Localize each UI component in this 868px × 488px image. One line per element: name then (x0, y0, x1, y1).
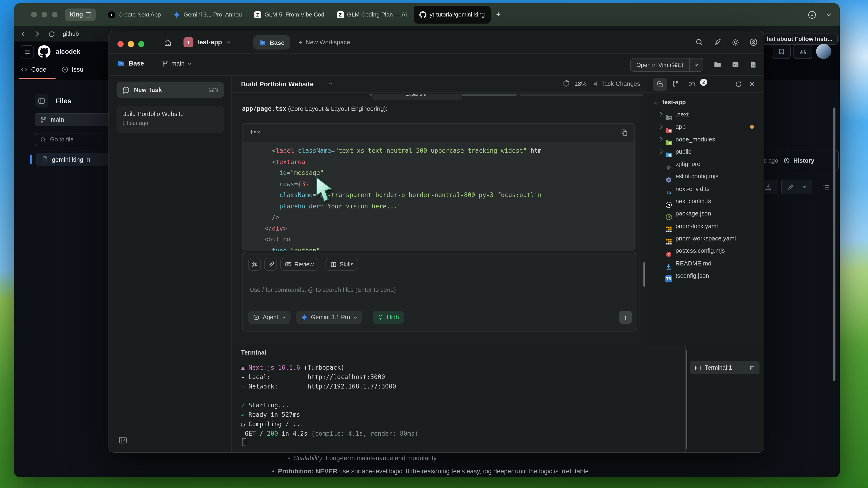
address-bar-text[interactable]: github (63, 31, 79, 37)
reasoning-effort-selector[interactable]: High (373, 311, 404, 324)
terminal-scrollbar[interactable] (686, 350, 687, 449)
minimize-button[interactable] (128, 41, 134, 47)
back-icon[interactable] (20, 31, 26, 37)
browser-tab[interactable]: yt-tutorial/gemini-king (414, 6, 491, 24)
branch-selector[interactable]: main (162, 60, 192, 67)
changes-count-badge: 2 (700, 79, 707, 86)
user-profile-icon[interactable] (750, 38, 757, 46)
folder-icon[interactable] (714, 61, 721, 68)
browser-tab[interactable]: ZGLM-5: From Vibe Cod (249, 7, 330, 22)
file-tree-item[interactable]: public (648, 145, 764, 158)
user-avatar[interactable] (816, 44, 831, 59)
terminal-line: ○ Compiling / ... (241, 420, 418, 429)
open-in-vim-button[interactable]: Open in Vim (⌘E) (630, 58, 703, 72)
close-button[interactable] (118, 41, 124, 47)
svg-text:N: N (669, 118, 671, 120)
browser-zoom-button[interactable] (52, 12, 58, 18)
file-tree-root[interactable]: test-app (648, 96, 764, 108)
panel-toggle-icon[interactable] (35, 94, 48, 107)
files-view-icon[interactable] (653, 78, 667, 91)
agent-label: Agent (263, 314, 278, 321)
terminal-tab[interactable]: Terminal 1 (690, 361, 760, 375)
file-tree-item[interactable]: app (648, 121, 764, 133)
task-changes-button[interactable]: Task Changes (591, 80, 640, 87)
save-button[interactable] (772, 44, 790, 59)
file-tree-item[interactable]: README.md (648, 257, 764, 269)
tab-code[interactable]: Code (21, 66, 46, 73)
agent-mode-selector[interactable]: Agent (248, 311, 290, 324)
search-files-icon[interactable] (689, 80, 696, 88)
terminal-output: ▲ Next.js 16.1.6 (Turbopack)- Local: htt… (241, 363, 418, 438)
file-tree-item[interactable]: postcss.config.mjs (648, 245, 764, 257)
gear-icon[interactable] (732, 38, 740, 46)
mention-button[interactable]: @ (248, 258, 261, 271)
file-tree-item[interactable]: JSpackage.json (648, 207, 764, 220)
progress-ring-icon (562, 80, 569, 87)
downloads-icon[interactable] (808, 10, 816, 19)
file-tree-item[interactable]: TSnext-env.d.ts (648, 183, 764, 195)
forward-icon[interactable] (34, 31, 40, 37)
chat-scrollbar[interactable] (644, 262, 645, 287)
feather-pen-icon[interactable] (714, 38, 722, 46)
model-selector[interactable]: Gemini 3.1 Pro (296, 311, 363, 324)
task-menu-button[interactable]: ⋯ (326, 80, 333, 87)
send-button[interactable]: ↑ (619, 311, 632, 324)
browser-minimize-button[interactable] (41, 12, 47, 18)
close-icon[interactable] (749, 80, 755, 87)
file-tree-item[interactable]: N.next (648, 108, 764, 121)
code-line: <label className="text-xs text-neutral-5… (243, 145, 634, 156)
history-group: s ago History (757, 150, 839, 171)
new-workspace-button[interactable]: + New Workspace (299, 38, 350, 46)
collapsed-diff-bar[interactable]: Expand all (231, 94, 643, 101)
file-tree-item[interactable]: eslint.config.mjs (648, 170, 764, 183)
message-composer[interactable]: @ Review Skills Use / for commands, @ to… (242, 252, 637, 331)
refresh-icon[interactable] (735, 80, 742, 88)
repo-org-name[interactable]: aicodek (56, 47, 80, 55)
file-tree-item[interactable]: Nnext.config.ts (648, 195, 764, 207)
workspace-tab-base[interactable]: Base (253, 35, 290, 50)
chevron-down-icon[interactable] (826, 11, 832, 18)
file-tree-item[interactable]: node_modules (648, 133, 764, 145)
expand-all-button[interactable]: Expand all (372, 94, 462, 100)
new-task-button[interactable]: New Task ⌘N (117, 82, 224, 98)
trash-icon[interactable] (749, 365, 755, 371)
tab-issues[interactable]: Issu (61, 66, 84, 73)
file-tree-item[interactable]: pnpm-lock.yaml (648, 220, 764, 232)
browser-tab-strip: King ▲Create Next AppGemini 3.1 Pro: Ann… (14, 3, 840, 26)
review-button[interactable]: Review (280, 258, 318, 271)
page-scrollbar[interactable] (833, 107, 835, 381)
tab-group-king[interactable]: King (65, 8, 96, 21)
file-tree-item[interactable]: TStsconfig.json (648, 269, 764, 282)
search-icon[interactable] (695, 38, 703, 46)
new-tab-button[interactable]: + (496, 10, 501, 19)
copy-code-icon[interactable] (621, 129, 628, 136)
github-logo-icon[interactable] (38, 45, 51, 58)
browser-tab[interactable]: Gemini 3.1 Pro: Annou (167, 7, 247, 22)
history-button[interactable]: History (783, 157, 814, 164)
browser-close-button[interactable] (31, 12, 37, 18)
file-tree-item[interactable]: .gitignore (648, 158, 764, 170)
composer-placeholder[interactable]: Use / for commands, @ to search files (E… (250, 286, 396, 293)
file-code-icon[interactable] (750, 61, 757, 68)
zoom-button[interactable] (138, 41, 144, 47)
task-list-item[interactable]: Build Portfolio Website 1 hour ago (117, 106, 224, 133)
terminal-tabs-panel: Terminal 1 (685, 345, 764, 452)
reload-icon[interactable] (48, 30, 55, 37)
nextjs-icon: ▲ (108, 11, 115, 18)
chevron-down-icon[interactable] (689, 63, 703, 67)
edit-file-button[interactable] (781, 180, 812, 194)
browser-tab[interactable]: ZGLM Coding Plan — AI (331, 7, 412, 22)
tab-label: Gemini 3.1 Pro: Annou (184, 11, 242, 18)
home-icon[interactable] (164, 39, 172, 47)
base-breadcrumb[interactable]: Base (118, 59, 144, 67)
attach-button[interactable] (264, 258, 277, 271)
skills-button[interactable]: Skills (326, 258, 358, 271)
file-tree-item[interactable]: pnpm-workspace.yaml (648, 232, 764, 245)
hamburger-menu-icon[interactable] (21, 45, 34, 59)
collapse-sidebar-icon[interactable] (118, 436, 127, 445)
workspace-switcher[interactable]: T test-app (184, 37, 231, 47)
inbox-button[interactable] (794, 44, 812, 59)
browser-tab[interactable]: ▲Create Next App (102, 7, 166, 22)
terminal-icon[interactable] (732, 61, 739, 68)
source-control-icon[interactable]: 2 (672, 80, 679, 88)
